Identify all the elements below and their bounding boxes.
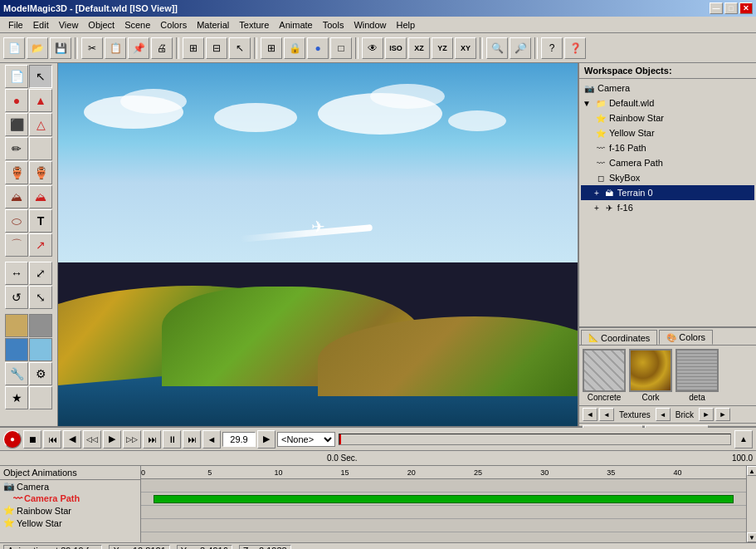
tree-item-f16[interactable]: + ✈ f-16	[581, 200, 754, 215]
lt-btn-misc1[interactable]: 🔧	[5, 362, 28, 385]
frame-arrow[interactable]: ◄	[202, 430, 221, 449]
stop-button[interactable]: ⏹	[23, 430, 41, 449]
record-button[interactable]: ●	[3, 430, 22, 449]
lt-color-tan[interactable]	[5, 314, 28, 337]
lt-btn-rotate[interactable]: ↺	[5, 286, 28, 309]
select-button[interactable]: ↖	[229, 37, 251, 59]
lt-btn-triangle[interactable]: ▲	[29, 89, 52, 112]
tree-item-defaultwld[interactable]: ▼ 📁 Default.wld	[581, 96, 754, 110]
lt-btn-bottle2[interactable]: 🏺	[29, 161, 52, 184]
brick-nav-right[interactable]: ►	[699, 408, 714, 421]
tree-item-skybox[interactable]: ◻ SkyBox	[581, 170, 754, 185]
lt-color-gray[interactable]	[29, 314, 52, 337]
anim-obj-yellowstar[interactable]: ⭐ Yellow Star	[0, 517, 140, 529]
lt-btn-pipe[interactable]: ⌒	[5, 233, 28, 257]
lt-btn-terrain1[interactable]: ⛰	[5, 185, 28, 208]
brick-nav-left[interactable]: ◄	[656, 408, 671, 421]
lt-color-blue[interactable]	[5, 338, 28, 361]
open-button[interactable]: 📂	[27, 37, 48, 59]
lt-btn-scale[interactable]: ⤡	[29, 286, 52, 309]
grid-button[interactable]: ⊞	[183, 37, 204, 59]
end-button[interactable]: ⏭	[183, 430, 201, 449]
anim-timeline[interactable]: 0 5 10 15 20 25 30 35 40	[141, 466, 746, 542]
sphere-button[interactable]: ●	[307, 37, 329, 59]
lt-btn-misc2[interactable]: ⚙	[29, 362, 52, 385]
menu-file[interactable]: File	[3, 18, 28, 32]
menu-view[interactable]: View	[54, 18, 84, 32]
prev-button2[interactable]: ◁◁	[83, 430, 101, 449]
tab-colors[interactable]: 🎨 Colors	[659, 330, 713, 345]
viewport-3d[interactable]: ✈	[58, 63, 578, 426]
lt-btn-tri2[interactable]: △	[29, 113, 52, 136]
yz-button[interactable]: YZ	[432, 37, 453, 59]
menu-help[interactable]: Help	[392, 18, 421, 32]
minimize-button[interactable]: —	[710, 2, 723, 14]
menu-object[interactable]: Object	[83, 18, 119, 32]
tree-item-rainbowstar[interactable]: ⭐ Rainbow Star	[581, 110, 754, 125]
anim-obj-camerapath[interactable]: 〰 Camera Path	[0, 493, 140, 504]
iso-button[interactable]: ISO	[385, 37, 407, 59]
help2-button[interactable]: ❓	[564, 37, 586, 59]
play-forward-button[interactable]: ▶	[257, 430, 276, 449]
prev-key-button[interactable]: ⏮	[43, 430, 61, 449]
pause-button[interactable]: ⏸	[163, 430, 181, 449]
view4-button[interactable]: ⊞	[261, 37, 282, 59]
zoom-out-button[interactable]: 🔎	[510, 37, 531, 59]
lt-btn-move[interactable]: ↔	[5, 262, 28, 285]
menu-window[interactable]: Window	[349, 18, 391, 32]
tab-coordinates[interactable]: 📐 Coordinates	[581, 330, 657, 345]
tree-item-camera[interactable]: 📷 Camera	[581, 81, 754, 96]
timeline-slider[interactable]	[339, 434, 731, 445]
xy-button[interactable]: XY	[455, 37, 476, 59]
menu-material[interactable]: Material	[192, 18, 234, 32]
texture-detail[interactable]: deta	[676, 349, 719, 402]
texture-nav-left[interactable]: ◄	[583, 408, 597, 421]
tree-item-camerapath[interactable]: 〰 Camera Path	[581, 155, 754, 170]
tree-item-f16path[interactable]: 〰 f-16 Path	[581, 140, 754, 155]
lt-btn-new-file[interactable]: 📄	[5, 65, 28, 88]
lt-btn-terrain2[interactable]: ⛰	[29, 185, 52, 208]
lock-button[interactable]: 🔒	[284, 37, 305, 59]
copy-button[interactable]: 📋	[105, 37, 126, 59]
xz-button[interactable]: XZ	[408, 37, 430, 59]
anim-obj-rainbowstar[interactable]: ⭐ Rainbow Star	[0, 504, 140, 517]
maximize-button[interactable]: □	[724, 2, 738, 14]
box-button[interactable]: □	[330, 37, 352, 59]
lt-btn-select[interactable]: ↖	[29, 65, 52, 88]
lt-btn-bottle1[interactable]: 🏺	[5, 161, 28, 184]
menu-scene[interactable]: Scene	[119, 18, 155, 32]
eye-button[interactable]: 👁	[362, 37, 383, 59]
fps-input[interactable]	[222, 432, 256, 447]
grid2-button[interactable]: ⊟	[206, 37, 227, 59]
lt-btn-pencil[interactable]: ✏	[5, 137, 28, 160]
step-forward-button[interactable]: ▷▷	[123, 430, 141, 449]
lt-btn-text[interactable]: T	[29, 209, 52, 233]
texture-nav-right-end[interactable]: ►	[715, 408, 730, 421]
paste-button[interactable]: 📌	[128, 37, 149, 59]
menu-colors[interactable]: Colors	[155, 18, 192, 32]
menu-tools[interactable]: Tools	[318, 18, 349, 32]
lt-btn-zoom-fit[interactable]: ⤢	[29, 262, 52, 285]
lt-btn-cube[interactable]: ⬛	[5, 113, 28, 136]
texture-nav-right2[interactable]: ◄	[599, 408, 614, 421]
lt-btn-misc3[interactable]	[29, 386, 52, 409]
next-key-button[interactable]: ⏭	[143, 430, 161, 449]
texture-cork[interactable]: Cork	[629, 349, 672, 402]
play-button[interactable]: ▶	[103, 430, 121, 449]
close-button[interactable]: ✕	[739, 2, 753, 14]
menu-animate[interactable]: Animate	[274, 18, 317, 32]
cut-button[interactable]: ✂	[81, 37, 103, 59]
menu-texture[interactable]: Texture	[234, 18, 274, 32]
lt-color-lightblue[interactable]	[29, 338, 52, 361]
anim-obj-camera[interactable]: 📷 Camera	[0, 480, 140, 493]
new-button[interactable]: 📄	[3, 37, 25, 59]
animation-select[interactable]: <None>	[277, 432, 335, 447]
lt-btn-star[interactable]: ★	[5, 386, 28, 409]
texture-concrete[interactable]: Concrete	[583, 349, 626, 402]
tree-item-yellowstar[interactable]: ⭐ Yellow Star	[581, 125, 754, 140]
prev-frame-button[interactable]: ◀	[63, 430, 81, 449]
menu-edit[interactable]: Edit	[28, 18, 54, 32]
panel-expand-button[interactable]: ▲	[734, 430, 753, 449]
anim-scroll-down[interactable]: ▼	[747, 532, 756, 542]
zoom-in-button[interactable]: 🔍	[486, 37, 508, 59]
